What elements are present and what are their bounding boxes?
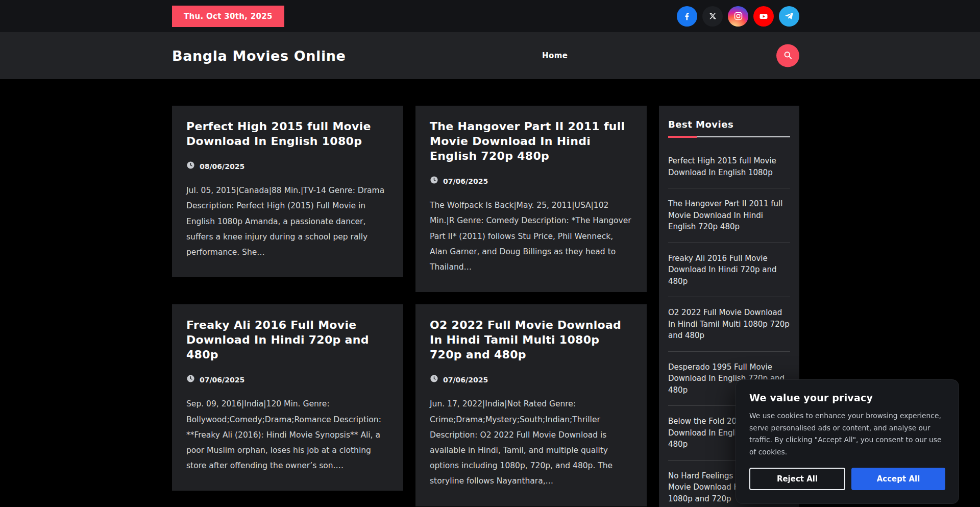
instagram-icon	[733, 11, 743, 21]
sidebar-movie-link[interactable]: The Hangover Part II 2011 full Movie Dow…	[668, 188, 790, 243]
clock-icon	[186, 374, 195, 385]
article-title-link[interactable]: Perfect High 2015 full Movie Download In…	[186, 119, 389, 149]
reject-all-button[interactable]: Reject All	[749, 468, 845, 490]
article-card: Perfect High 2015 full Movie Download In…	[172, 106, 403, 277]
cookie-consent-title: We value your privacy	[749, 392, 945, 403]
social-link-youtube[interactable]	[753, 6, 774, 27]
article-date-text: 08/06/2025	[200, 162, 244, 171]
youtube-icon	[758, 11, 769, 21]
site-header: Bangla Movies Online Home	[0, 32, 980, 79]
clock-icon	[186, 161, 195, 172]
social-link-instagram[interactable]	[728, 6, 748, 27]
article-date: 07/06/2025	[430, 176, 632, 186]
clock-icon	[430, 374, 438, 385]
article-date: 07/06/2025	[186, 374, 389, 385]
main-content: Perfect High 2015 full Movie Download In…	[172, 79, 799, 507]
social-links	[677, 6, 799, 27]
accept-all-button[interactable]: Accept All	[851, 468, 945, 490]
cookie-consent-dialog: We value your privacy We use cookies to …	[736, 379, 959, 504]
cookie-consent-message: We use cookies to enhance your browsing …	[749, 410, 945, 458]
article-date: 07/06/2025	[430, 374, 632, 385]
search-button[interactable]	[776, 44, 799, 67]
sidebar-heading-underline	[668, 136, 790, 137]
article-card: The Hangover Part II 2011 full Movie Dow…	[415, 106, 647, 292]
telegram-icon	[785, 12, 794, 20]
article-excerpt: Jul. 05, 2015|Canada|88 Min.|TV-14 Genre…	[186, 183, 389, 260]
article-title-link[interactable]: O2 2022 Full Movie Download In Hindi Tam…	[430, 318, 632, 362]
article-excerpt: The Wolfpack Is Back|May. 25, 2011|USA|1…	[430, 198, 632, 275]
nav-item-home[interactable]: Home	[542, 51, 568, 60]
site-title-link[interactable]: Bangla Movies Online	[172, 48, 346, 64]
x-icon	[709, 12, 717, 20]
article-card: Freaky Ali 2016 Full Movie Download In H…	[172, 304, 403, 491]
article-excerpt: Sep. 09, 2016|India|120 Min. Genre: Boll…	[186, 396, 389, 473]
facebook-icon	[682, 12, 692, 21]
topbar: Thu. Oct 30th, 2025	[0, 0, 980, 32]
sidebar-heading-underline-accent	[668, 136, 697, 138]
article-card: O2 2022 Full Movie Download In Hindi Tam…	[415, 304, 647, 506]
sidebar-movie-link[interactable]: O2 2022 Full Movie Download In Hindi Tam…	[668, 297, 790, 351]
social-link-facebook[interactable]	[677, 6, 697, 27]
article-date: 08/06/2025	[186, 161, 389, 172]
social-link-x[interactable]	[702, 6, 723, 27]
search-icon	[783, 50, 793, 61]
social-link-telegram[interactable]	[779, 6, 799, 27]
sidebar-heading: Best Movies	[668, 119, 790, 130]
date-badge: Thu. Oct 30th, 2025	[172, 6, 284, 27]
article-date-text: 07/06/2025	[443, 177, 488, 185]
clock-icon	[430, 176, 438, 186]
article-title-link[interactable]: Freaky Ali 2016 Full Movie Download In H…	[186, 318, 389, 362]
cookie-consent-actions: Reject All Accept All	[749, 468, 945, 490]
article-title-link[interactable]: The Hangover Part II 2011 full Movie Dow…	[430, 119, 632, 163]
article-excerpt: Jun. 17, 2022|India|Not Rated Genre: Cri…	[430, 396, 632, 489]
article-date-text: 07/06/2025	[443, 376, 488, 384]
sidebar-movie-link[interactable]: Perfect High 2015 full Movie Download In…	[668, 146, 790, 188]
article-date-text: 07/06/2025	[200, 376, 244, 384]
sidebar-movie-link[interactable]: Freaky Ali 2016 Full Movie Download In H…	[668, 243, 790, 297]
articles-grid: Perfect High 2015 full Movie Download In…	[172, 106, 647, 506]
